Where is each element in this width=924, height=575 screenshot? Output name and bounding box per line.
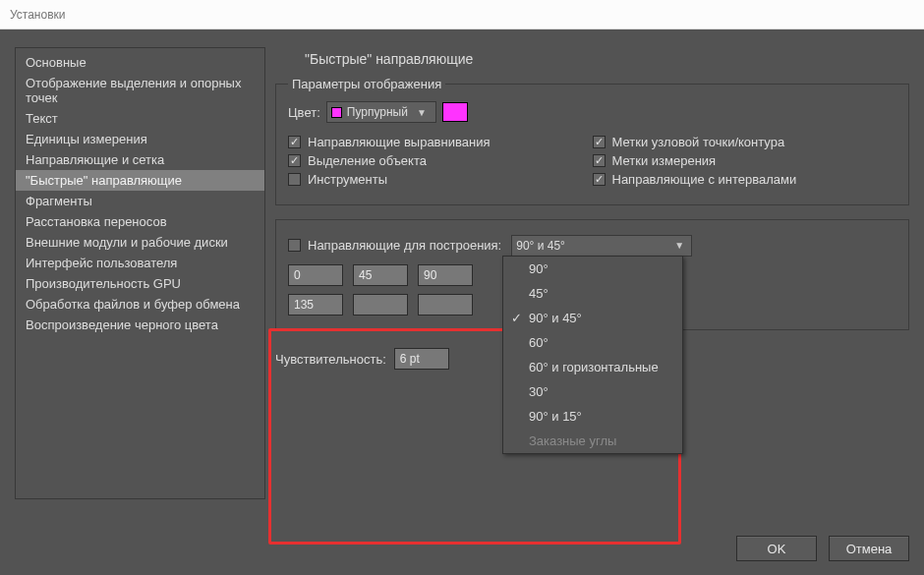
checkbox-label: Направляющие выравнивания (308, 135, 490, 149)
dropdown-item[interactable]: 60° (503, 330, 682, 355)
checkbox-icon (593, 173, 606, 186)
checkbox-icon (288, 173, 301, 186)
color-swatch-icon (331, 107, 342, 118)
sensitivity-input[interactable] (394, 348, 449, 370)
angle-preset-value: 90° и 45° (516, 239, 565, 253)
construction-guides-label: Направляющие для построения: (308, 238, 501, 253)
sensitivity-label: Чувствительность: (275, 352, 386, 367)
option-checkbox[interactable]: Направляющие с интервалами (593, 172, 897, 187)
sidebar-item[interactable]: Направляющие и сетка (16, 149, 264, 170)
dropdown-item[interactable]: 45° (503, 281, 682, 306)
checkbox-icon (288, 239, 301, 252)
construction-guides-checkbox[interactable]: Направляющие для построения: (288, 238, 501, 253)
dropdown-item[interactable]: 30° (503, 379, 682, 404)
color-label: Цвет: (288, 105, 320, 120)
option-checkbox[interactable]: Метки измерения (593, 153, 897, 168)
sidebar-item[interactable]: Внешние модули и рабочие диски (16, 232, 264, 253)
angle-input[interactable] (288, 264, 343, 286)
chevron-down-icon: ▼ (414, 107, 430, 118)
color-swatch-button[interactable] (442, 102, 468, 122)
checkbox-label: Направляющие с интервалами (612, 172, 797, 187)
sidebar-item[interactable]: Интерфейс пользователя (16, 253, 264, 273)
dropdown-item[interactable]: 90° и 45° (503, 306, 682, 330)
display-options-legend: Параметры отображения (288, 77, 445, 91)
titlebar: Установки (0, 0, 924, 29)
color-select-value: Пурпурный (347, 105, 408, 119)
main-panel: "Быстрые" направляющие Параметры отображ… (275, 47, 909, 516)
angle-input[interactable] (418, 264, 473, 286)
chevron-down-icon: ▼ (671, 240, 687, 251)
checkbox-icon (288, 136, 301, 148)
checkbox-label: Метки узловой точки/контура (612, 135, 785, 149)
dropdown-item: Заказные углы (503, 429, 682, 453)
angle-input[interactable] (288, 294, 343, 316)
sidebar-item[interactable]: Единицы измерения (16, 129, 264, 149)
display-options-group: Параметры отображения Цвет: Пурпурный ▼ … (275, 77, 909, 205)
checkbox-icon (288, 154, 301, 167)
sidebar-item[interactable]: Основные (16, 52, 264, 73)
angle-preset-select[interactable]: 90° и 45° ▼ (511, 235, 692, 257)
sidebar-item[interactable]: Фрагменты (16, 191, 264, 211)
dropdown-item[interactable]: 90° и 15° (503, 404, 682, 429)
preferences-dialog: { "window": { "title": "Установки" }, "s… (0, 0, 924, 575)
angle-input[interactable] (418, 294, 473, 316)
checkbox-label: Выделение объекта (308, 153, 427, 168)
option-checkbox[interactable]: Метки узловой точки/контура (593, 135, 897, 149)
sidebar-item[interactable]: Обработка файлов и буфер обмена (16, 294, 264, 315)
option-checkbox[interactable]: Инструменты (288, 172, 593, 187)
sidebar-item[interactable]: Воспроизведение черного цвета (16, 315, 264, 335)
dropdown-item[interactable]: 90° (503, 257, 682, 281)
panel-title: "Быстрые" направляющие (305, 51, 909, 67)
dropdown-item[interactable]: 60° и горизонтальные (503, 355, 682, 379)
sidebar-item[interactable]: Производительность GPU (16, 273, 264, 294)
checkbox-icon (593, 154, 606, 167)
sidebar-item[interactable]: Расстановка переносов (16, 211, 264, 232)
cancel-button[interactable]: Отмена (829, 536, 909, 561)
sidebar-item[interactable]: Текст (16, 108, 264, 129)
sidebar-item[interactable]: Отображение выделения и опорных точек (16, 73, 264, 108)
ok-button[interactable]: OK (736, 536, 817, 561)
sidebar-item[interactable]: "Быстрые" направляющие (16, 170, 264, 191)
angle-input[interactable] (353, 264, 408, 286)
window-title: Установки (10, 8, 65, 22)
sidebar: ОсновныеОтображение выделения и опорных … (15, 47, 265, 499)
option-checkbox[interactable]: Направляющие выравнивания (288, 135, 593, 149)
angle-input[interactable] (353, 294, 408, 316)
dialog-body: ОсновныеОтображение выделения и опорных … (0, 29, 924, 575)
construction-guides-group: Направляющие для построения: 90° и 45° ▼… (275, 219, 909, 330)
checkbox-label: Инструменты (308, 172, 387, 187)
color-select[interactable]: Пурпурный ▼ (326, 101, 436, 123)
dialog-footer: OK Отмена (736, 536, 909, 561)
checkbox-label: Метки измерения (612, 153, 717, 168)
checkbox-icon (593, 136, 606, 148)
option-checkbox[interactable]: Выделение объекта (288, 153, 593, 168)
angle-preset-dropdown: 90°45°90° и 45°60°60° и горизонтальные30… (502, 256, 683, 454)
